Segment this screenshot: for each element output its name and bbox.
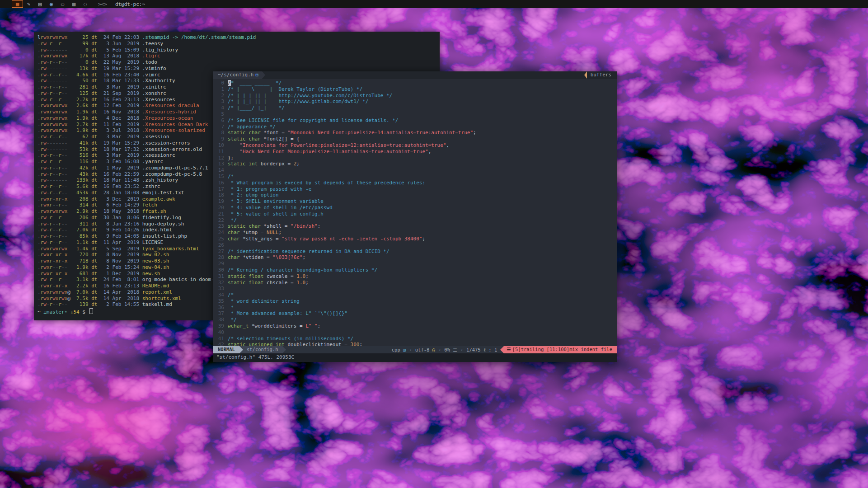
file-row: lrwxrwxrwx25dt24 Feb 22:03.steampid -> /… — [38, 34, 440, 41]
code-line: 22 */ — [213, 217, 617, 224]
code-line: 13static int borderpx = 2; — [213, 161, 617, 167]
vim-window[interactable]: ~/s/config.h⊞ buffers 0/* ____ _____ */1… — [213, 71, 617, 362]
code-line: 27/* identification sequence returned in… — [213, 249, 617, 255]
workspaces-icon[interactable]: ▦ — [12, 0, 23, 8]
code-line: 40 — [213, 329, 617, 336]
file-row: .rw-r--r--0dt22 May 2019.todo — [38, 59, 440, 66]
code-line: 14 — [213, 167, 617, 174]
statusline-segment: 1/475 ℓ : 1 — [463, 347, 500, 352]
code-line: 42static unsigned int doubleclicktimeout… — [213, 342, 617, 346]
code-line: 34/* — [213, 292, 617, 298]
code-line: 17 * 1: program passed with -e — [213, 186, 617, 192]
code-line: 12}; — [213, 155, 617, 161]
statusline-right: cpp ⊞‹utf-8 ☊‹0% ☰‹1/475 ℓ : 1 — [389, 346, 501, 353]
file-row: .rw-------0dt 5 Feb 15:09.tig_history — [38, 47, 440, 53]
code-line: 10 "Inconsolata for Powerline:pixelsize=… — [213, 142, 617, 149]
statusline-segment: 0% ☰ — [441, 347, 460, 352]
code-line: 15/* — [213, 174, 617, 180]
code-line: 23static char *shell = "/bin/sh"; — [213, 223, 617, 230]
code-line: 3/* | |_| || | http://www.gitlab.com/dwt… — [213, 99, 617, 105]
code-line: 38 */ — [213, 317, 617, 323]
desktop: ▦✎▤◉▭▥◌ ><> dt@dt-pc:~ lrwxrwxrwx25dt24 … — [0, 0, 868, 488]
terminal-cursor — [89, 308, 93, 314]
lint-warnings: ☰[5]trailing [11:100]mix-indent-file — [504, 346, 617, 353]
code-line: 30/* Kerning / character bounding-box mu… — [213, 267, 617, 273]
statusline-segment-icon: ☰ — [450, 347, 457, 352]
camera-icon[interactable]: ◉ — [46, 0, 57, 8]
code-line: 37 * More advanced example: L" `'\"()[]{… — [213, 310, 617, 317]
vim-tabline: ~/s/config.h⊞ buffers — [213, 71, 617, 79]
powerline-separator-icon — [500, 346, 504, 353]
list-icon: ☰ — [507, 347, 511, 352]
display-icon[interactable]: ▭ — [57, 0, 68, 8]
code-line: 11 "Hack Nerd Font Mono:pixelsize=11:ant… — [213, 149, 617, 155]
code-line: 4/* |____/ |_| */ — [213, 105, 617, 111]
code-line: 28char *vtiden = "\033[?6c"; — [213, 254, 617, 261]
code-line: 25char *stty_args = "stty raw pass8 nl -… — [213, 236, 617, 242]
code-line: 1/* | _ \_ _| Derek Taylor (DistroTube) … — [213, 86, 617, 93]
top-panel: ▦✎▤◉▭▥◌ ><> dt@dt-pc:~ — [0, 0, 868, 8]
code-line: 32static float chscale = 1.0; — [213, 280, 617, 286]
buffers-label: buffers — [587, 71, 617, 79]
code-area[interactable]: 0/* ____ _____ */1/* | _ \_ _| Derek Tay… — [213, 79, 617, 346]
code-line: 8static char *font = "Mononoki Nerd Font… — [213, 130, 617, 136]
code-line: 24char *utmp = NULL; — [213, 230, 617, 236]
code-line: 36 * — [213, 305, 617, 311]
powerline-separator-icon — [239, 346, 243, 353]
focused-window-title: dt@dt-pc:~ — [115, 1, 145, 7]
code-line: 21 * 5: value of shell in config.h — [213, 211, 617, 217]
files-icon[interactable]: ▥ — [68, 0, 80, 8]
file-row: .rw-r--r--99dt 3 Jun 2019.teensy — [38, 41, 440, 47]
mode-indicator: NORMAL — [213, 346, 239, 353]
record-icon[interactable]: ◌ — [80, 0, 91, 8]
panel-icons: ▦✎▤◉▭▥◌ — [12, 0, 91, 8]
code-line: 7/* appearance */ — [213, 124, 617, 130]
code-line: 0/* ____ _____ */ — [213, 80, 617, 86]
lint-warnings-text: [5]trailing [11:100]mix-indent-file — [512, 347, 612, 352]
code-line: 18 * 2: utmp option — [213, 192, 617, 198]
code-line: 33 — [213, 286, 617, 292]
code-line: 39wchar_t *worddelimiters = L" "; — [213, 323, 617, 329]
tab-label: ~/s/config.h — [218, 72, 253, 78]
vim-cursor: / — [228, 80, 231, 86]
code-line: 26 — [213, 242, 617, 249]
statusline-segment: cpp ⊞ — [389, 347, 409, 352]
code-line: 35 * word delimiter string — [213, 298, 617, 305]
code-line: 20 * 4: value of shell in /etc/passwd — [213, 205, 617, 211]
statusline-segment-icon: ☊ — [429, 347, 435, 352]
code-line: 31static float cwscale = 1.0; — [213, 273, 617, 280]
file-row: .rwxrwxrwx17kdt13 Aug 2018.tigrc — [38, 53, 440, 59]
tab-separator-icon — [262, 71, 265, 79]
buffer-icon: ⊞ — [255, 72, 258, 78]
statusline-segment: utf-8 ☊ — [412, 347, 438, 352]
code-line: 29 — [213, 261, 617, 267]
statusline: NORMAL st/config.h cpp ⊞‹utf-8 ☊‹0% ☰‹1/… — [213, 346, 617, 353]
powerline-separator-icon — [282, 346, 286, 353]
edit-icon[interactable]: ✎ — [23, 0, 34, 8]
code-line: 9static char *font2[] = { — [213, 136, 617, 142]
statusline-segment-icon: ⊞ — [400, 347, 406, 352]
statusline-filename: st/config.h — [243, 346, 283, 353]
tab-config-h[interactable]: ~/s/config.h⊞ — [213, 71, 262, 79]
code-line: 6/* See LICENSE file for copyright and l… — [213, 117, 617, 124]
code-line: 5 — [213, 111, 617, 117]
shell-indicator: ><> — [98, 1, 107, 7]
code-line: 16 * What program is execed by st depend… — [213, 180, 617, 186]
image-icon[interactable]: ▤ — [34, 0, 46, 8]
code-line: 19 * 3: SHELL environment variable — [213, 198, 617, 205]
command-line-message: "st/config.h" 475L, 20953C — [213, 353, 617, 362]
code-line: 2/* | | | || | http://www.youtube.com/c/… — [213, 93, 617, 99]
code-line: 41/* selection timeouts (in milliseconds… — [213, 336, 617, 342]
file-row: .rw-------13kdt19 Mar 15:29.viminfo — [38, 66, 440, 72]
